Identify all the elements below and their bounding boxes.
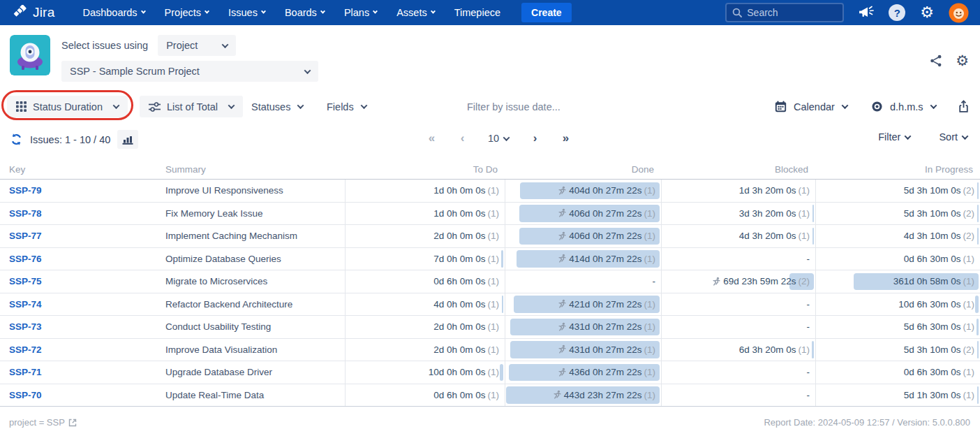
nav-dashboards[interactable]: Dashboards [82, 7, 144, 18]
issue-key-link[interactable]: SSP-79 [0, 180, 165, 202]
status-count: (1) [644, 299, 656, 310]
col-header-done[interactable]: Done [505, 164, 661, 175]
col-header-key[interactable]: Key [0, 164, 165, 175]
table-header: Key Summary To Do Done Blocked In Progre… [0, 160, 980, 180]
duration-cell-done: 406d 0h 27m 22s(1) [505, 225, 661, 247]
duration-cell-blocked: - [661, 293, 815, 316]
statuses-button[interactable]: Statuses [251, 96, 303, 117]
share-icon[interactable] [930, 54, 942, 67]
duration-value: - [807, 299, 810, 310]
report-type-button[interactable]: Status Duration [7, 96, 128, 117]
create-button[interactable]: Create [521, 3, 572, 22]
nav-assets[interactable]: Assets [396, 7, 435, 18]
duration-value: 69d 23h 59m 22s [723, 276, 796, 286]
issue-key-link[interactable]: SSP-77 [0, 225, 165, 247]
pagination-row: Issues: 1 - 10 / 40 « ‹ 10 › » Filter So… [0, 121, 980, 154]
fields-button[interactable]: Fields [327, 96, 366, 117]
issue-date-filter[interactable]: Filter by issue date... [467, 96, 560, 117]
col-header-blocked[interactable]: Blocked [661, 164, 815, 175]
chevron-down-icon [930, 102, 937, 109]
chevron-down-icon [113, 102, 120, 109]
runner-icon [557, 186, 567, 196]
status-count: (1) [488, 367, 500, 377]
issue-key-link[interactable]: SSP-71 [0, 361, 165, 384]
filter-button[interactable]: Filter [878, 131, 910, 143]
runner-icon [557, 344, 567, 354]
search-input[interactable] [747, 7, 831, 18]
col-header-todo[interactable]: To Do [345, 164, 505, 175]
chevron-down-icon [141, 8, 146, 13]
status-count: (1) [488, 231, 500, 241]
chevron-down-icon [228, 102, 235, 109]
refresh-icon[interactable] [10, 133, 23, 146]
external-link-icon[interactable] [68, 419, 77, 427]
duration-value: 5d 1h 30m 0s [904, 390, 961, 400]
calendar-button[interactable]: Calendar [775, 96, 847, 117]
time-format-button[interactable]: d.h.m.s [871, 96, 936, 117]
issue-key-link[interactable]: SSP-75 [0, 270, 165, 293]
duration-value: 2d 0h 0m 0s [433, 344, 485, 355]
duration-value: - [807, 254, 810, 264]
global-search[interactable] [725, 3, 844, 22]
chevron-down-icon [373, 8, 378, 13]
issue-key-link[interactable]: SSP-74 [0, 293, 165, 316]
nav-timepiece[interactable]: Timepiece [454, 7, 500, 18]
issue-summary: Improve Data Visualization [165, 339, 345, 361]
issue-key-link[interactable]: SSP-78 [0, 203, 165, 225]
first-page-button[interactable]: « [416, 131, 447, 145]
status-count: (2) [963, 231, 975, 241]
issue-key-link[interactable]: SSP-70 [0, 384, 165, 407]
col-header-summary[interactable]: Summary [165, 164, 345, 175]
announcements-icon[interactable] [859, 6, 874, 20]
last-page-button[interactable]: » [550, 131, 581, 145]
report-settings-icon[interactable]: ⚙ [956, 53, 969, 68]
runner-icon [557, 208, 567, 218]
report-toolbar: Status Duration List of Total Statuses F… [0, 89, 980, 121]
duration-value: 4d 3h 20m 0s [739, 231, 796, 241]
issue-row: SSP-70Update Real-Time Data0d 6h 0m 0s(1… [0, 384, 980, 407]
duration-cell-todo: 0d 6h 0m 0s(1) [345, 270, 505, 293]
duration-cell-todo: 4d 0h 0m 0s(1) [345, 293, 505, 316]
duration-cell-blocked: 3d 3h 20m 0s(1) [661, 203, 815, 225]
nav-plans[interactable]: Plans [344, 7, 377, 18]
duration-value: 7d 0h 0m 0s [433, 254, 485, 264]
jira-logo[interactable]: Jira [13, 5, 54, 20]
issue-key-link[interactable]: SSP-73 [0, 316, 165, 338]
project-select[interactable]: SSP - Sample Scrum Project [61, 61, 318, 82]
issue-key-link[interactable]: SSP-72 [0, 339, 165, 361]
prev-page-button[interactable]: ‹ [447, 131, 477, 145]
eye-icon [871, 101, 883, 112]
duration-value: 431d 0h 27m 22s [569, 344, 641, 355]
chart-view-button[interactable] [117, 130, 138, 149]
duration-value: 1d 3h 20m 0s [739, 185, 796, 196]
status-count: (2) [799, 276, 810, 286]
next-page-button[interactable]: › [519, 131, 550, 145]
duration-bar [812, 205, 814, 222]
col-header-inprogress[interactable]: In Progress [815, 164, 980, 175]
duration-value: 1d 0h 0m 0s [433, 185, 485, 196]
status-count: (1) [799, 344, 810, 355]
status-count: (1) [799, 185, 810, 196]
settings-gear-icon[interactable]: ⚙ [920, 5, 934, 20]
nav-boards[interactable]: Boards [285, 7, 325, 18]
duration-value: 406d 0h 27m 22s [569, 231, 641, 241]
duration-value: 5d 6h 30m 0s [904, 321, 961, 332]
page-size-select[interactable]: 10 [477, 133, 519, 144]
issue-source-select[interactable]: Project [158, 35, 236, 56]
runner-icon [557, 322, 567, 332]
nav-projects[interactable]: Projects [165, 7, 209, 18]
duration-value: 2d 0h 0m 0s [433, 231, 485, 241]
sort-button[interactable]: Sort [939, 131, 967, 143]
nav-issues[interactable]: Issues [228, 7, 265, 18]
sliders-icon [149, 102, 161, 112]
chevron-down-icon [297, 102, 304, 109]
view-type-button[interactable]: List of Total [140, 96, 243, 117]
issue-key-link[interactable]: SSP-76 [0, 248, 165, 270]
runner-icon [557, 254, 567, 263]
duration-bar [975, 296, 979, 313]
export-button[interactable] [958, 96, 970, 117]
chevron-down-icon [360, 102, 367, 109]
help-icon[interactable]: ? [889, 4, 905, 21]
status-count: (1) [644, 185, 656, 196]
user-avatar[interactable] [949, 3, 969, 23]
